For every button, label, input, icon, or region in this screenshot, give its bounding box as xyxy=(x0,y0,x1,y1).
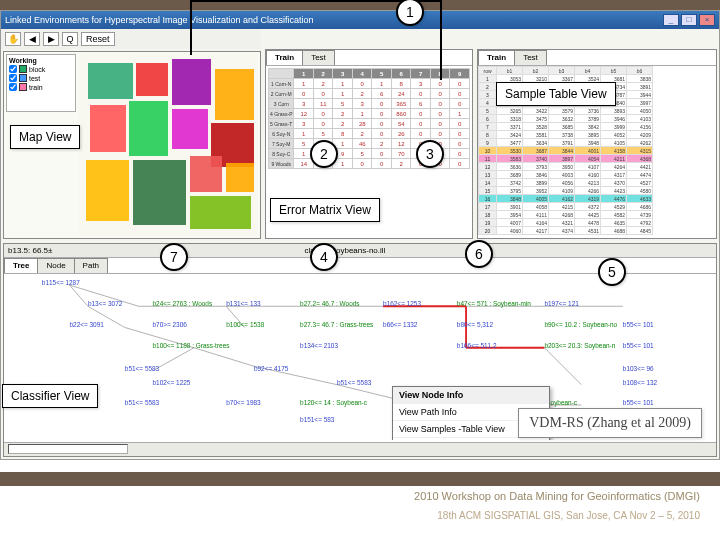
circle-3: 3 xyxy=(416,140,444,168)
legend-title: Working xyxy=(9,57,73,64)
legend-swatch xyxy=(19,65,27,73)
svg-text:b162<= 1253: b162<= 1253 xyxy=(383,300,421,307)
svg-text:b115<= 1287: b115<= 1287 xyxy=(42,279,80,286)
circle-7: 7 xyxy=(160,243,188,271)
svg-text:b108<= 132: b108<= 132 xyxy=(623,379,658,386)
tab-node[interactable]: Node xyxy=(37,258,74,273)
svg-text:b134<= 2103: b134<= 2103 xyxy=(300,342,338,349)
tab-path[interactable]: Path xyxy=(74,258,108,273)
svg-text:b55<= 101: b55<= 101 xyxy=(623,321,654,328)
anno-sample-view: Sample Table View xyxy=(496,82,616,106)
svg-text:b203<= 20.3: Soybean-n: b203<= 20.3: Soybean-n xyxy=(544,342,615,350)
svg-text:b70<= 1983: b70<= 1983 xyxy=(226,399,261,406)
app-window: Linked Environments for Hyperspectral Im… xyxy=(0,10,720,460)
svg-line-1 xyxy=(70,285,88,306)
tab-train[interactable]: Train xyxy=(478,50,515,65)
svg-text:b70>= 2306: b70>= 2306 xyxy=(153,321,188,328)
svg-text:b51<= 5583: b51<= 5583 xyxy=(125,399,160,406)
reset-button[interactable]: Reset xyxy=(81,32,115,46)
tree-header: b13.5: 66.5± class→Soybeans-no.ill xyxy=(4,244,716,258)
legend-label: block xyxy=(29,66,45,73)
svg-text:b100<= 1188 : Grass-trees: b100<= 1188 : Grass-trees xyxy=(153,342,230,349)
svg-text:b92<= 4175: b92<= 4175 xyxy=(254,365,289,372)
footer-conference: 18th ACM SIGSPATIAL GIS, San Jose, CA No… xyxy=(0,510,700,521)
circle-6: 6 xyxy=(465,240,493,268)
svg-text:b151<= 583: b151<= 583 xyxy=(300,416,335,423)
svg-text:b90<= 10.2 : Soybean-no: b90<= 10.2 : Soybean-no xyxy=(544,321,617,329)
svg-text:b55<= 101: b55<= 101 xyxy=(623,399,654,406)
tree-header-left: b13.5: 66.5± xyxy=(8,246,52,255)
svg-text:b13<= 3072: b13<= 3072 xyxy=(88,300,123,307)
legend-check[interactable] xyxy=(9,83,17,91)
maximize-button[interactable]: □ xyxy=(681,14,697,26)
svg-text:b66<= 1332: b66<= 1332 xyxy=(383,321,418,328)
footer-bar xyxy=(0,472,720,486)
tab-test[interactable]: Test xyxy=(302,50,335,65)
svg-text:b55<= 101: b55<= 101 xyxy=(623,342,654,349)
tab-train[interactable]: Train xyxy=(266,50,303,65)
tab-test[interactable]: Test xyxy=(514,50,547,65)
legend-label: test xyxy=(29,75,40,82)
svg-text:b24<= 2763 : Woods: b24<= 2763 : Woods xyxy=(153,300,213,307)
legend-item[interactable]: train xyxy=(9,83,73,91)
legend-swatch xyxy=(19,74,27,82)
window-title: Linked Environments for Hyperspectral Im… xyxy=(5,15,314,25)
context-menu-title: View Node Info xyxy=(393,387,549,404)
svg-text:b120<= 14 : Soybean-c: b120<= 14 : Soybean-c xyxy=(300,399,368,407)
legend-swatch xyxy=(19,83,27,91)
minimize-button[interactable]: _ xyxy=(663,14,679,26)
legend-check[interactable] xyxy=(9,65,17,73)
svg-line-13 xyxy=(194,348,254,366)
tree-statusbar xyxy=(4,442,716,456)
hand-tool-button[interactable]: ✋ xyxy=(5,32,21,46)
anno-matrix-view: Error Matrix View xyxy=(270,198,380,222)
tree-status-input[interactable] xyxy=(8,444,128,454)
anno-classifier-view: Classifier View xyxy=(2,384,98,408)
svg-text:b166<= 511.2: b166<= 511.2 xyxy=(457,342,497,349)
svg-text:b27.2= 46.7 : Woods: b27.2= 46.7 : Woods xyxy=(300,300,359,307)
svg-text:b22<= 3091: b22<= 3091 xyxy=(70,321,105,328)
query-button[interactable]: Q xyxy=(62,32,78,46)
svg-text:b27.3= 46.7 : Grass-trees: b27.3= 46.7 : Grass-trees xyxy=(300,321,373,328)
svg-text:b197<= 121: b197<= 121 xyxy=(544,300,579,307)
window-buttons: _ □ × xyxy=(663,14,715,26)
svg-text:b100<= 1538: b100<= 1538 xyxy=(226,321,264,328)
nav-left-button[interactable]: ◀ xyxy=(24,32,40,46)
svg-text:b51<= 5583: b51<= 5583 xyxy=(337,379,372,386)
circle-5: 5 xyxy=(598,258,626,286)
svg-text:b80<= 5,312: b80<= 5,312 xyxy=(457,321,494,328)
legend-item[interactable]: test xyxy=(9,74,73,82)
svg-text:b51<= 5583: b51<= 5583 xyxy=(125,365,160,372)
nav-right-button[interactable]: ▶ xyxy=(43,32,59,46)
legend-label: train xyxy=(29,84,43,91)
citation: VDM-RS (Zhang et al 2009) xyxy=(518,408,702,438)
sample-tabs: Train Test xyxy=(478,50,716,66)
circle-4: 4 xyxy=(310,243,338,271)
tab-tree[interactable]: Tree xyxy=(4,258,38,273)
toolbar: ✋ ◀ ▶ Q Reset xyxy=(1,29,261,49)
window-titlebar: Linked Environments for Hyperspectral Im… xyxy=(1,11,719,29)
svg-text:b103<= 96: b103<= 96 xyxy=(623,365,654,372)
svg-text:b131<= 133: b131<= 133 xyxy=(226,300,261,307)
circle-2: 2 xyxy=(310,140,338,168)
svg-text:b102<= 1225: b102<= 1225 xyxy=(153,379,191,386)
context-menu-item[interactable]: View Training Samples - Map View xyxy=(393,438,549,440)
svg-text:b47<= 571 : Soybean-min: b47<= 571 : Soybean-min xyxy=(457,300,532,308)
anno-map-view: Map View xyxy=(10,125,80,149)
footer-workshop: 2010 Workshop on Data Mining for Geoinfo… xyxy=(0,490,700,502)
legend-item[interactable]: block xyxy=(9,65,73,73)
map-canvas[interactable] xyxy=(79,54,258,236)
legend-check[interactable] xyxy=(9,74,17,82)
svg-line-19 xyxy=(544,348,581,385)
sample-table-panel: Train Test rowb1b2b3b4b5b613053321033673… xyxy=(477,49,717,239)
legend: Working block test train xyxy=(6,54,76,112)
close-button[interactable]: × xyxy=(699,14,715,26)
